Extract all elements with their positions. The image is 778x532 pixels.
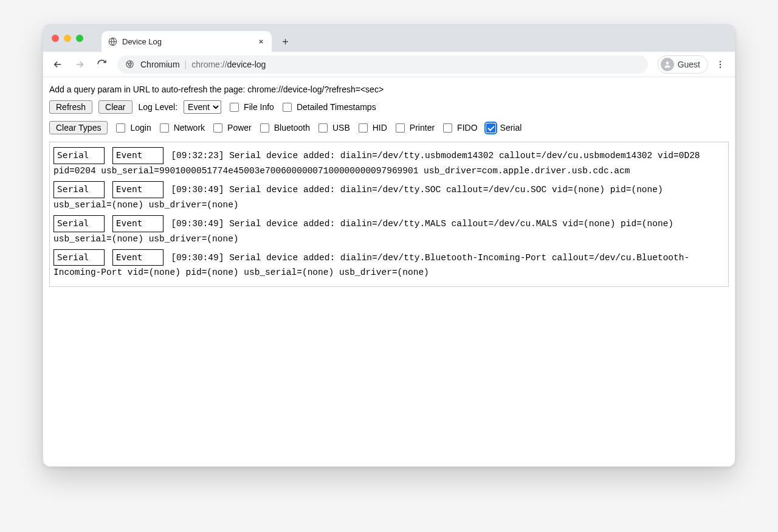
controls-row: Refresh Clear Log Level: Event File Info… [47, 99, 731, 115]
type-filter-input-hid[interactable] [359, 123, 368, 133]
tab-strip: Device Log [43, 25, 735, 52]
type-filter-input-fido[interactable] [443, 123, 452, 133]
log-type-tag: Serial [53, 181, 105, 198]
type-filter-label: USB [332, 123, 350, 133]
window-maximize-button[interactable] [76, 35, 83, 42]
svg-point-3 [666, 61, 669, 64]
log-entry: Serial Event [09:30:49] Serial device ad… [53, 215, 725, 247]
omnibox-url-path: device-log [227, 60, 266, 69]
log-level-tag: Event [112, 215, 164, 232]
type-filter-label: Login [130, 123, 151, 133]
log-level-tag: Event [112, 147, 164, 164]
omnibox-origin: Chromium [140, 60, 180, 69]
detailed-timestamps-checkbox[interactable]: Detailed Timestamps [280, 101, 376, 114]
log-timestamp: [09:30:49] [166, 253, 229, 263]
type-filter-label: HID [373, 123, 387, 133]
forward-button[interactable] [70, 55, 89, 74]
file-info-checkbox[interactable]: File Info [227, 101, 274, 114]
clear-button[interactable]: Clear [98, 100, 132, 114]
omnibox-url-scheme: chrome:// [191, 60, 227, 69]
log-level-tag: Event [112, 249, 164, 266]
type-filter-input-network[interactable] [160, 123, 169, 133]
globe-icon [108, 36, 117, 46]
detailed-timestamps-input[interactable] [283, 103, 292, 112]
type-filter-input-bluetooth[interactable] [260, 123, 269, 133]
log-level-tag: Event [112, 181, 164, 198]
browser-toolbar: Chromium | chrome://device-log Guest [43, 52, 735, 77]
type-filter-label: Network [174, 123, 205, 133]
type-filter-serial[interactable]: Serial [484, 122, 522, 134]
log-timestamp: [09:30:49] [166, 219, 229, 229]
menu-button[interactable] [711, 55, 730, 74]
type-filter-bluetooth[interactable]: Bluetooth [258, 122, 310, 134]
type-filter-input-serial[interactable] [486, 123, 495, 133]
svg-point-6 [720, 66, 721, 67]
log-entry: Serial Event [09:30:49] Serial device ad… [53, 249, 725, 281]
back-button[interactable] [48, 55, 67, 74]
type-filter-login[interactable]: Login [114, 122, 151, 134]
window-minimize-button[interactable] [64, 35, 71, 42]
clear-types-button[interactable]: Clear Types [49, 121, 108, 134]
browser-window: Device Log Chromium | chrome://device-lo… [43, 24, 735, 467]
profile-button[interactable]: Guest [658, 55, 708, 74]
browser-tab[interactable]: Device Log [102, 31, 272, 52]
window-close-button[interactable] [52, 35, 59, 42]
log-type-tag: Serial [53, 249, 105, 266]
type-filter-input-login[interactable] [116, 123, 125, 133]
omnibox-separator: | [185, 60, 187, 69]
type-filter-hid[interactable]: HID [356, 122, 387, 134]
type-filter-input-printer[interactable] [396, 123, 405, 133]
type-filter-label: Power [227, 123, 252, 133]
chrome-icon [125, 60, 134, 69]
log-level-label: Log Level: [139, 102, 178, 112]
svg-point-4 [720, 61, 721, 62]
new-tab-button[interactable] [277, 33, 294, 50]
log-level-select[interactable]: Event [184, 100, 221, 114]
types-row: Clear Types LoginNetworkPowerBluetoothUS… [47, 120, 731, 136]
type-filter-input-usb[interactable] [318, 123, 328, 133]
log-type-tag: Serial [53, 147, 105, 164]
log-entry: Serial Event [09:32:23] Serial device ad… [53, 147, 725, 179]
tab-title: Device Log [122, 37, 256, 46]
type-filter-fido[interactable]: FIDO [441, 122, 477, 134]
file-info-label: File Info [244, 102, 274, 112]
type-filter-label: FIDO [457, 123, 477, 133]
page-content: Add a query param in URL to auto-refresh… [43, 77, 735, 466]
type-filter-input-power[interactable] [213, 123, 222, 133]
detailed-timestamps-label: Detailed Timestamps [297, 102, 376, 112]
type-filter-power[interactable]: Power [211, 122, 252, 134]
address-bar[interactable]: Chromium | chrome://device-log [117, 55, 648, 74]
type-filter-label: Serial [500, 123, 522, 133]
type-filter-usb[interactable]: USB [316, 122, 350, 134]
refresh-button[interactable]: Refresh [49, 100, 92, 114]
refresh-hint: Add a query param in URL to auto-refresh… [47, 82, 731, 99]
reload-button[interactable] [92, 55, 111, 74]
type-filter-label: Printer [410, 123, 435, 133]
log-entry: Serial Event [09:30:49] Serial device ad… [53, 181, 725, 213]
svg-point-5 [720, 63, 721, 64]
log-container: Serial Event [09:32:23] Serial device ad… [49, 142, 729, 287]
file-info-input[interactable] [230, 103, 239, 112]
type-filter-label: Bluetooth [274, 123, 310, 133]
type-filter-printer[interactable]: Printer [393, 122, 435, 134]
tab-close-button[interactable] [256, 36, 266, 46]
window-controls [52, 35, 83, 42]
avatar-icon [661, 58, 674, 71]
profile-label: Guest [678, 60, 700, 69]
log-type-tag: Serial [53, 215, 105, 232]
log-timestamp: [09:32:23] [166, 151, 229, 161]
type-filter-network[interactable]: Network [157, 122, 205, 134]
log-timestamp: [09:30:49] [166, 185, 229, 195]
